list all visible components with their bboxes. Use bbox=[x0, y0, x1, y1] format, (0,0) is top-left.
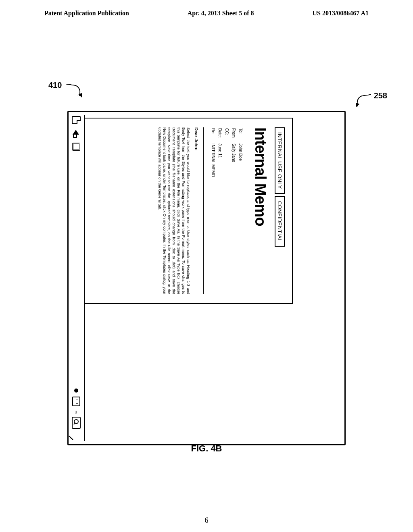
field-cc-label: CC: bbox=[224, 128, 230, 143]
maximize-icon[interactable] bbox=[72, 143, 80, 151]
more-icon[interactable]: ▫▫ bbox=[73, 410, 79, 413]
screen-view-icon[interactable] bbox=[72, 397, 80, 406]
memo-body-text: Select the text you would like to replac… bbox=[157, 127, 191, 294]
header-center: Apr. 4, 2013 Sheet 5 of 8 bbox=[188, 10, 254, 17]
page-number: 6 bbox=[205, 516, 209, 525]
memo-header-fields: To: John Doe From: Sally Jane CC: Dat bbox=[209, 127, 244, 178]
field-from-value: Sally Jane bbox=[231, 143, 237, 177]
resize-grip-icon[interactable] bbox=[73, 433, 80, 440]
arrow-icon bbox=[355, 103, 360, 108]
field-date-label: Date: bbox=[217, 128, 223, 143]
field-re-label: Re: bbox=[210, 128, 216, 143]
classification-tags: INTERNAL USE ONLY CONFIDENTIAL bbox=[275, 127, 285, 294]
field-re-value: INTERNAL MEMO bbox=[210, 143, 216, 177]
tag-confidential: CONFIDENTIAL bbox=[275, 196, 285, 247]
page-icon[interactable] bbox=[72, 116, 81, 124]
publication-header: Patent Application Publication Apr. 4, 2… bbox=[0, 0, 413, 20]
header-right: US 2013/0086467 A1 bbox=[312, 10, 369, 17]
divider bbox=[203, 127, 204, 294]
memo-salutation: Dear John: bbox=[194, 127, 199, 294]
field-from-label: From: bbox=[231, 128, 237, 143]
document-page: INTERNAL USE ONLY CONFIDENTIAL Internal … bbox=[85, 118, 293, 304]
figure-label: FIG. 4B bbox=[191, 443, 222, 454]
field-cc-value bbox=[224, 143, 230, 177]
field-to-label: To: bbox=[238, 128, 244, 143]
status-bar: ▫▫ bbox=[69, 112, 84, 444]
back-arrow-icon[interactable] bbox=[72, 130, 81, 137]
memo-title: Internal Memo bbox=[252, 127, 269, 294]
reference-numeral-410: 410 bbox=[48, 81, 62, 90]
header-left: Patent Application Publication bbox=[44, 10, 129, 17]
field-to-value: John Doe bbox=[238, 143, 244, 177]
arrow-icon bbox=[79, 93, 84, 98]
tag-internal-use-only: INTERNAL USE ONLY bbox=[275, 127, 285, 194]
document-canvas[interactable]: INTERNAL USE ONLY CONFIDENTIAL Internal … bbox=[84, 115, 341, 441]
field-date-value: June 11 bbox=[217, 143, 223, 177]
zoom-icon[interactable] bbox=[72, 417, 81, 429]
application-window: INTERNAL USE ONLY CONFIDENTIAL Internal … bbox=[67, 111, 346, 445]
record-icon[interactable] bbox=[74, 389, 78, 393]
reference-numeral-258: 258 bbox=[374, 91, 387, 100]
